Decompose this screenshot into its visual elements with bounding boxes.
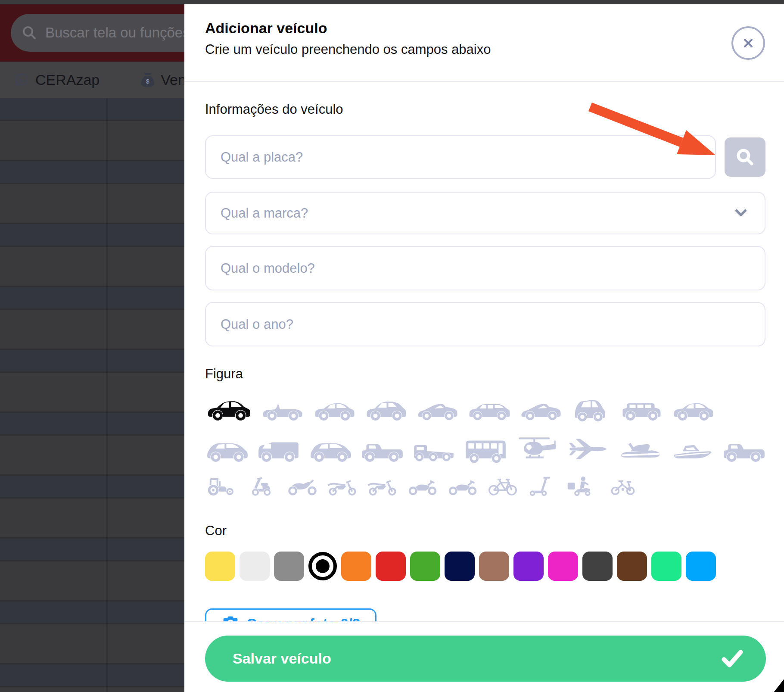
tab-cerazap: CERAzap xyxy=(14,72,100,88)
color-swatch-branco[interactable] xyxy=(240,552,270,581)
color-swatch-azul[interactable] xyxy=(686,552,716,581)
chevron-down-icon xyxy=(734,209,747,218)
figura-motorcycle-icon[interactable] xyxy=(405,471,440,496)
close-icon xyxy=(742,37,755,50)
figura-bus-icon[interactable] xyxy=(464,435,508,463)
figura-car-convertible-icon[interactable] xyxy=(261,395,305,421)
figura-car-supercar-icon[interactable] xyxy=(416,395,460,421)
color-swatch-cinza-escuro[interactable] xyxy=(582,552,613,581)
top-strip xyxy=(0,0,784,4)
figura-cargo-van-icon[interactable] xyxy=(257,435,301,463)
placa-input[interactable]: Qual a placa? xyxy=(205,135,716,179)
modelo-placeholder: Qual o modelo? xyxy=(221,261,747,276)
cor-label: Cor xyxy=(205,523,765,539)
figura-bicycle-icon[interactable] xyxy=(485,471,520,496)
figura-row-1 xyxy=(205,394,765,421)
close-button[interactable] xyxy=(731,26,765,60)
money-bag-icon: $ xyxy=(141,72,155,88)
save-vehicle-button[interactable]: Salvar veículo xyxy=(205,636,766,682)
figura-jetski-icon[interactable] xyxy=(619,435,663,463)
search-icon xyxy=(735,147,755,167)
svg-text:$: $ xyxy=(146,78,149,85)
color-swatch-amarelo[interactable] xyxy=(205,552,235,581)
color-swatches xyxy=(205,552,765,581)
marca-select[interactable]: Qual a marca? xyxy=(205,192,765,234)
figura-airplane-icon[interactable] xyxy=(567,435,611,463)
screen: Buscar tela ou funções CERAzap $ Vendas … xyxy=(0,0,784,692)
color-swatch-cinza[interactable] xyxy=(274,552,304,581)
color-swatch-verde[interactable] xyxy=(410,552,440,581)
figura-label: Figura xyxy=(205,366,765,382)
figura-car-limousine-icon[interactable] xyxy=(467,395,512,421)
modal-title: Adicionar veículo xyxy=(205,20,784,37)
modal-subtitle: Crie um veículo preenchendo os campos ab… xyxy=(205,42,784,57)
figura-car-sedan-icon[interactable] xyxy=(205,393,253,421)
figura-flatbed-truck-icon[interactable] xyxy=(412,435,456,463)
figura-kick-scooter-icon[interactable] xyxy=(526,471,560,496)
figura-speedboat-icon[interactable] xyxy=(670,435,715,463)
color-swatch-azul-marinho[interactable] xyxy=(445,552,475,581)
figura-pickup-icon[interactable] xyxy=(360,435,404,463)
check-icon xyxy=(721,649,744,668)
figura-station-wagon-icon[interactable] xyxy=(308,435,353,463)
figura-sportbike-icon[interactable] xyxy=(285,471,320,496)
figura-minivan-icon[interactable] xyxy=(205,435,249,463)
modal-header: Adicionar veículo Crie um veículo preenc… xyxy=(184,4,784,82)
figura-car-sedan-2-icon[interactable] xyxy=(312,395,357,421)
whatsapp-icon xyxy=(14,72,29,88)
color-swatch-marrom[interactable] xyxy=(617,552,647,581)
placa-placeholder: Qual a placa? xyxy=(221,150,698,165)
color-swatch-vermelho[interactable] xyxy=(376,552,406,581)
placa-row: Qual a placa? xyxy=(205,135,765,179)
modal-body: Informações do veículo Qual a placa? Qua… xyxy=(184,102,784,645)
color-swatch-marrom-claro[interactable] xyxy=(479,552,509,581)
marca-placeholder: Qual a marca? xyxy=(221,206,734,221)
global-search-placeholder: Buscar tela ou funções xyxy=(45,25,190,41)
figura-cruiser-icon[interactable] xyxy=(445,471,480,496)
search-icon xyxy=(21,25,37,41)
figura-row-2 xyxy=(205,434,765,463)
figura-suv-boxy-icon[interactable] xyxy=(619,395,664,421)
ano-input[interactable]: Qual o ano? xyxy=(205,302,765,346)
tab-cerazap-label: CERAzap xyxy=(35,72,100,88)
modal-footer: Salvar veículo xyxy=(184,621,784,692)
figura-row-3 xyxy=(205,471,765,496)
section-title: Informações do veículo xyxy=(205,102,765,117)
figura-small-bike-icon[interactable] xyxy=(606,471,640,496)
color-swatch-rosa[interactable] xyxy=(548,552,578,581)
color-swatch-laranja[interactable] xyxy=(341,552,371,581)
figura-delivery-scooter-icon[interactable] xyxy=(566,471,600,496)
figura-tractor-icon[interactable] xyxy=(205,471,240,496)
add-vehicle-modal: Adicionar veículo Crie um veículo preenc… xyxy=(184,4,784,692)
figura-car-coupe-icon[interactable] xyxy=(519,395,563,421)
color-swatch-preto[interactable] xyxy=(308,552,337,580)
figura-car-fastback-icon[interactable] xyxy=(671,395,716,421)
color-swatch-roxo[interactable] xyxy=(513,552,544,581)
figura-scooter-icon[interactable] xyxy=(245,471,280,496)
figura-helicopter-icon[interactable] xyxy=(515,435,560,463)
color-swatch-verde-claro[interactable] xyxy=(651,552,681,581)
ano-placeholder: Qual o ano? xyxy=(221,317,747,332)
figura-rows xyxy=(205,394,765,496)
figura-crewcab-pickup-icon[interactable] xyxy=(722,435,766,463)
placa-search-button[interactable] xyxy=(725,137,765,177)
figura-motocross-icon[interactable] xyxy=(365,471,400,496)
figura-car-compact-icon[interactable] xyxy=(571,389,612,421)
figura-car-crossover-icon[interactable] xyxy=(364,395,408,421)
save-vehicle-label: Salvar veículo xyxy=(233,650,721,667)
modelo-input[interactable]: Qual o modelo? xyxy=(205,246,765,290)
figura-dirtbike-icon[interactable] xyxy=(325,471,360,496)
